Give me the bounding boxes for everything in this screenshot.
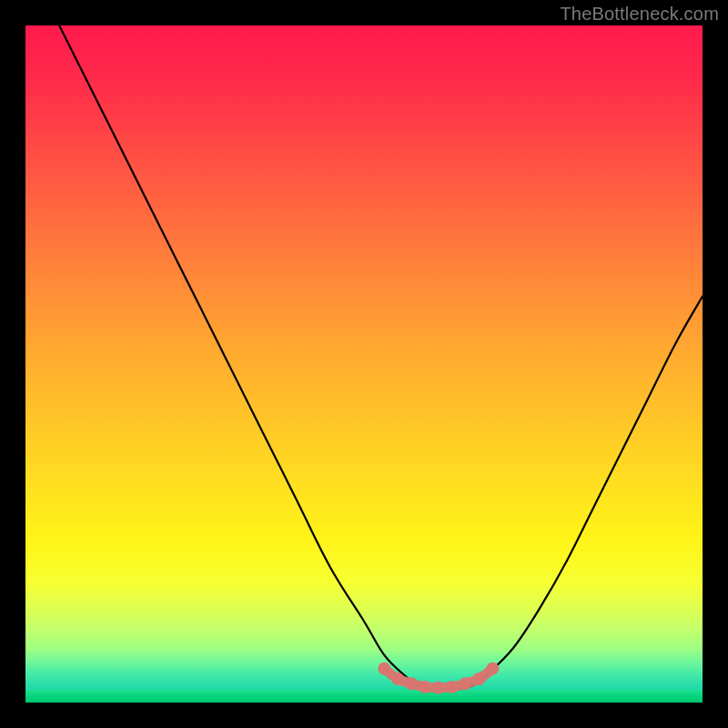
curve-layer (25, 25, 703, 703)
optimal-marker-dot (391, 672, 404, 685)
optimal-marker-dot (432, 682, 445, 694)
optimal-marker-dot (446, 681, 459, 693)
optimal-marker-dot (405, 677, 418, 690)
chart-stage: TheBottleneck.com (0, 0, 728, 728)
optimal-marker-dot (472, 672, 485, 685)
plot-area (25, 25, 703, 703)
optimal-marker-dot (378, 662, 390, 675)
bottleneck-curve-path (59, 25, 703, 689)
bottleneck-curve (59, 25, 703, 689)
optimal-marker-dot (460, 677, 472, 690)
attribution-label: TheBottleneck.com (560, 4, 719, 25)
optimal-marker-dot (486, 662, 499, 675)
optimal-marker-dot (419, 681, 431, 693)
